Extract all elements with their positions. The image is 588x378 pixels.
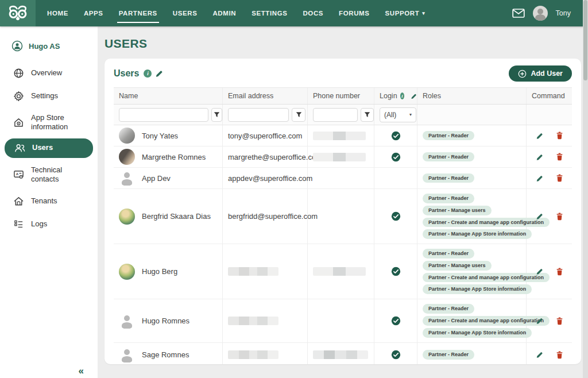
role-badge: Partner - Reader xyxy=(423,152,474,162)
role-badge: Partner - Manage App Store information xyxy=(423,229,532,239)
col-header-email[interactable]: Email address xyxy=(223,88,308,104)
nav-item-admin[interactable]: ADMIN xyxy=(212,0,236,26)
contact-card-icon: A xyxy=(13,169,24,180)
check-circle-icon xyxy=(391,267,401,276)
delete-trash-icon[interactable] xyxy=(556,132,563,140)
nav-item-docs[interactable]: DOCS xyxy=(303,0,323,26)
edit-pencil-icon[interactable] xyxy=(536,317,543,325)
edit-pencil-icon[interactable] xyxy=(536,132,543,140)
cell-command xyxy=(527,146,572,167)
cell-roles: Partner - Reader xyxy=(417,168,527,188)
card-header: Users i Add User xyxy=(114,65,572,82)
cell-email: tony@superoffice.com xyxy=(223,125,308,146)
email-filter-funnel-icon[interactable] xyxy=(292,108,305,122)
superoffice-owl-logo[interactable] xyxy=(0,0,36,26)
login-info-icon[interactable]: i xyxy=(400,92,404,99)
sidebar-item-label: App Store information xyxy=(31,113,90,132)
table-row: Bergfrid Skaara Dias bergfridd@superoffi… xyxy=(114,189,572,244)
avatar xyxy=(119,264,135,280)
nav-item-forums[interactable]: FORUMS xyxy=(339,0,369,26)
globe-icon xyxy=(13,67,24,79)
nav-item-support[interactable]: SUPPORT ▾ xyxy=(385,0,425,26)
login-filter-select[interactable]: (All) ▾ xyxy=(380,107,416,122)
edit-pencil-icon[interactable] xyxy=(536,153,543,161)
edit-pencil-icon[interactable] xyxy=(536,213,543,220)
edit-pencil-icon[interactable] xyxy=(536,268,543,275)
primary-nav: HOME APPS PARTNERS USERS ADMIN SETTINGS … xyxy=(47,0,425,26)
email-filter-input[interactable] xyxy=(228,108,289,122)
filter-cell-name xyxy=(114,105,223,125)
main-content: USERS Users i Add User xyxy=(98,26,588,378)
cell-phone xyxy=(308,189,374,244)
svg-text:A: A xyxy=(16,172,18,176)
nav-item-partners[interactable]: PARTNERS xyxy=(119,0,157,26)
add-user-button[interactable]: Add User xyxy=(509,65,572,82)
sidebar-item-logs[interactable]: Logs xyxy=(0,213,98,235)
edit-section-pencil-icon[interactable] xyxy=(155,70,163,78)
edit-pencil-icon[interactable] xyxy=(536,351,543,358)
name-filter-input[interactable] xyxy=(119,108,208,122)
delete-trash-icon[interactable] xyxy=(556,317,563,325)
cell-login xyxy=(374,343,417,364)
nav-item-settings[interactable]: SETTINGS xyxy=(252,0,287,26)
user-name: Sage Romnes xyxy=(142,350,189,359)
cell-login xyxy=(374,168,417,188)
page-scrollbar-thumb[interactable] xyxy=(583,0,587,80)
delete-trash-icon[interactable] xyxy=(556,213,563,221)
sidebar-collapse-button[interactable]: « xyxy=(79,365,84,377)
sidebar-item-tenants[interactable]: Tenants xyxy=(0,190,98,212)
sidebar-org-header[interactable]: Hugo AS xyxy=(0,38,98,54)
check-circle-icon xyxy=(391,316,401,326)
sidebar-item-overview[interactable]: Overview xyxy=(0,62,98,84)
home-icon xyxy=(13,195,24,207)
phone-filter-input[interactable] xyxy=(313,108,358,122)
sidebar-item-app-store-information[interactable]: App Store information xyxy=(0,108,98,137)
phone-filter-funnel-icon[interactable] xyxy=(361,108,374,122)
col-header-roles[interactable]: Roles xyxy=(417,88,527,104)
nav-item-users[interactable]: USERS xyxy=(173,0,198,26)
name-filter-funnel-icon[interactable] xyxy=(211,108,222,122)
sidebar-item-technical-contacts[interactable]: A Technical contacts xyxy=(0,160,98,190)
table-row: Hugo Berg Partner - Reader Partner - Man… xyxy=(114,244,572,299)
cell-roles: Partner - Reader Partner - Manage users … xyxy=(417,244,527,299)
filter-cell-command xyxy=(527,105,572,125)
cell-roles: Partner - Reader xyxy=(417,125,527,146)
delete-trash-icon[interactable] xyxy=(556,268,563,276)
col-header-login[interactable]: Login i xyxy=(374,88,417,104)
org-name-label: Hugo AS xyxy=(29,42,60,51)
nav-item-home[interactable]: HOME xyxy=(47,0,68,26)
col-header-name[interactable]: Name xyxy=(114,88,223,104)
mail-icon[interactable] xyxy=(512,8,525,18)
cell-name: Sage Romnes xyxy=(114,343,223,364)
user-name: Hugo Romnes xyxy=(142,317,189,325)
nav-item-apps[interactable]: APPS xyxy=(84,0,103,26)
user-avatar[interactable] xyxy=(533,6,548,21)
info-icon[interactable]: i xyxy=(144,70,152,78)
sidebar-item-settings[interactable]: Settings xyxy=(0,85,98,107)
redacted-email xyxy=(228,317,278,325)
cell-email: bergfridd@superoffice.com xyxy=(223,189,308,244)
cell-name: Tony Yates xyxy=(114,125,223,146)
user-name: Margrethe Romnes xyxy=(142,153,206,161)
app-store-house-icon xyxy=(13,117,24,128)
cell-roles: Partner - Reader xyxy=(417,343,527,364)
nav-item-support-label: SUPPORT xyxy=(385,10,420,17)
delete-trash-icon[interactable] xyxy=(556,174,563,182)
col-header-phone[interactable]: Phone number xyxy=(308,88,374,104)
delete-trash-icon[interactable] xyxy=(556,351,563,359)
role-badge: Partner - Manage users xyxy=(423,261,492,271)
cell-roles: Partner - Reader Partner - Create and ma… xyxy=(417,299,527,342)
cell-email xyxy=(223,343,308,364)
check-circle-icon xyxy=(391,131,401,141)
edit-pencil-icon[interactable] xyxy=(536,175,543,182)
login-filter-value: (All) xyxy=(384,111,396,119)
sidebar-item-users[interactable]: Users xyxy=(5,138,93,158)
cell-phone xyxy=(308,168,374,188)
role-badge: Partner - Manage App Store information xyxy=(423,328,532,338)
cell-login xyxy=(374,125,417,146)
delete-trash-icon[interactable] xyxy=(556,153,563,161)
sidebar-item-label: Tenants xyxy=(31,196,57,206)
col-header-command: Command xyxy=(527,88,572,104)
login-edit-pencil-icon[interactable] xyxy=(411,93,417,99)
col-label: Roles xyxy=(423,92,441,100)
